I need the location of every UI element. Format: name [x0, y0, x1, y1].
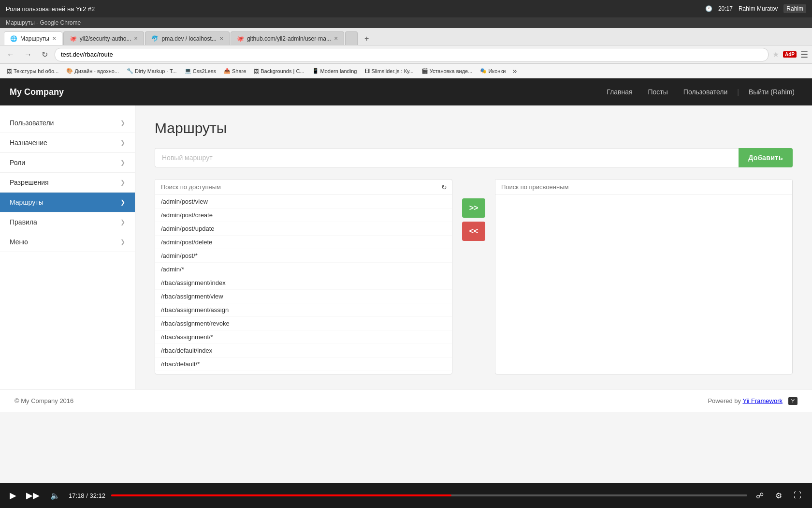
sidebar-item-rules[interactable]: Правила ❯ [0, 212, 135, 232]
nav-logout[interactable]: Выйти (Rahim) [741, 79, 802, 105]
footer-yii-link[interactable]: Yii Framework [742, 397, 783, 404]
tab-close-3[interactable]: ✕ [219, 36, 223, 41]
bookmark-label-5: Backgrounds | C... [261, 68, 304, 74]
bookmark-icon-4: 📤 [224, 68, 231, 74]
sidebar-item-permissions[interactable]: Разрешения ❯ [0, 173, 135, 193]
transfer-buttons: >> << [460, 198, 487, 241]
tab-label-4: github.com/yii2-admin/user-ma... [247, 35, 331, 42]
video-progress-track[interactable] [111, 494, 747, 496]
app-navbar: My Company Главная Посты Пользователи | … [0, 78, 812, 105]
menu-icon[interactable]: ☰ [800, 49, 808, 60]
route-list-item[interactable]: /rbac/assignment/index [155, 276, 452, 290]
bookmark-7[interactable]: 🎞 Slimslider.js : Ку... [362, 67, 416, 75]
tab-marshruty[interactable]: 🌐 Маршруты ✕ [4, 31, 62, 45]
route-list-item[interactable]: /rbac/assignment/revoke [155, 317, 452, 330]
bookmark-2[interactable]: 🔧 Dirty Markup - T... [124, 67, 180, 75]
bookmark-3[interactable]: 💻 Css2Less [182, 67, 219, 75]
forward-transfer-button[interactable]: >> [462, 198, 485, 218]
tab-github[interactable]: 🐙 github.com/yii2-admin/user-ma... ✕ [231, 31, 344, 45]
available-routes-panel: ↻ /admin/post/view/admin/post/create/adm… [155, 179, 452, 374]
sidebar-item-routes[interactable]: Маршруты ❯ [0, 193, 135, 212]
fullscreen-button[interactable]: ⛶ [791, 489, 804, 502]
sidebar-item-routes-label: Маршруты [10, 198, 44, 206]
bookmark-4[interactable]: 📤 Share [221, 67, 249, 75]
available-routes-list[interactable]: /admin/post/view/admin/post/create/admin… [155, 195, 452, 374]
bookmark-icon-1: 🎨 [66, 68, 73, 74]
route-list-item[interactable]: /rbac/assignment/view [155, 290, 452, 303]
tab-close-4[interactable]: ✕ [334, 36, 338, 41]
tab-label: Маршруты [20, 35, 49, 42]
video-total-time: 32:12 [89, 492, 105, 499]
bookmark-icon-0: 🖼 [7, 68, 12, 74]
route-list-item[interactable]: /rbac/assignment/* [155, 330, 452, 344]
tab-empty[interactable] [345, 31, 358, 45]
tab-favicon-4: 🐙 [237, 35, 244, 42]
route-list-item[interactable]: /admin/post/update [155, 222, 452, 236]
url-input[interactable] [55, 48, 768, 61]
new-route-input[interactable] [155, 148, 739, 167]
app-brand: My Company [10, 87, 64, 97]
bookmark-icon-9: 🎭 [480, 68, 487, 74]
refresh-button[interactable]: ↻ [436, 180, 452, 194]
sidebar-item-menu[interactable]: Меню ❯ [0, 232, 135, 252]
route-list-item[interactable]: /rbac/default/index [155, 344, 452, 358]
route-list-item[interactable]: /rbac/menu/index [155, 371, 452, 374]
route-list-item[interactable]: /admin/post/create [155, 209, 452, 222]
back-transfer-button[interactable]: << [462, 222, 485, 241]
subtitles-button[interactable]: ☍ [753, 489, 767, 502]
sidebar-item-assignment[interactable]: Назначение ❯ [0, 133, 135, 153]
reload-button[interactable]: ↻ [39, 49, 51, 60]
route-list-item[interactable]: /admin/post/view [155, 195, 452, 209]
back-button[interactable]: ← [4, 49, 17, 60]
bookmark-icon-8: 🎬 [421, 68, 428, 74]
sidebar-item-users[interactable]: Пользователи ❯ [0, 113, 135, 133]
available-search-input[interactable] [155, 179, 436, 194]
tab-close-1[interactable]: ✕ [52, 36, 56, 41]
bookmark-0[interactable]: 🖼 Текстуры hd обо... [4, 67, 61, 75]
route-list-item[interactable]: /rbac/assignment/assign [155, 303, 452, 317]
bookmark-9[interactable]: 🎭 Иконки [477, 67, 508, 75]
sidebar-arrow-menu: ❯ [120, 239, 125, 245]
tab-favicon-2: 🐙 [70, 35, 77, 42]
video-current-time: 17:18 [69, 492, 85, 499]
bookmarks-more[interactable]: » [512, 67, 517, 75]
assigned-routes-panel [495, 179, 793, 374]
nav-users[interactable]: Пользователи [676, 79, 735, 105]
play-button[interactable]: ▶ [8, 488, 18, 503]
forward-button[interactable]: → [21, 49, 35, 60]
main-content: Пользователи ❯ Назначение ❯ Роли ❯ Разре… [0, 105, 812, 389]
tab-favicon: 🌐 [10, 35, 17, 42]
title-bar-left: Роли пользователей на Yii2 #2 [6, 5, 95, 13]
available-search-header: ↻ [155, 179, 452, 195]
bookmark-label-0: Текстуры hd обо... [14, 68, 58, 74]
bookmarks-bar: 🖼 Текстуры hd обо... 🎨 Дизайн - вдохно..… [0, 64, 812, 78]
route-list-item[interactable]: /admin/post/delete [155, 236, 452, 249]
sidebar-item-roles[interactable]: Роли ❯ [0, 153, 135, 173]
new-tab-button[interactable]: + [361, 32, 373, 45]
bookmark-5[interactable]: 🖼 Backgrounds | C... [251, 67, 307, 75]
bookmark-6[interactable]: 📱 Modern landing [309, 67, 360, 75]
title-bar-right: 🕐 20:17 Rahim Muratov Rahim [705, 4, 806, 13]
tab-label-2: yii2/security-autho... [80, 35, 131, 42]
bookmark-label-6: Modern landing [320, 68, 357, 74]
route-list-item[interactable]: /admin/* [155, 263, 452, 276]
tab-security[interactable]: 🐙 yii2/security-autho... ✕ [63, 31, 145, 45]
route-list-item[interactable]: /admin/post/* [155, 249, 452, 263]
bookmark-icon-3: 💻 [185, 68, 191, 74]
bookmark-icon-2: 🔧 [127, 68, 133, 74]
assigned-search-input[interactable] [495, 179, 792, 194]
sidebar-item-users-label: Пользователи [10, 119, 54, 127]
yii-logo-icon: Y [788, 397, 798, 405]
bookmark-8[interactable]: 🎬 Установка виде... [419, 67, 476, 75]
next-button[interactable]: ▶▶ [24, 488, 42, 503]
settings-button[interactable]: ⚙ [772, 489, 785, 502]
nav-home[interactable]: Главная [599, 79, 640, 105]
tab-pma[interactable]: 🐬 pma.dev / localhost... ✕ [145, 31, 229, 45]
tab-close-2[interactable]: ✕ [134, 36, 138, 41]
add-route-button[interactable]: Добавить [739, 148, 793, 167]
nav-posts[interactable]: Посты [640, 79, 676, 105]
assigned-routes-list[interactable] [495, 195, 792, 374]
bookmark-1[interactable]: 🎨 Дизайн - вдохно... [63, 67, 122, 75]
volume-button[interactable]: 🔈 [47, 489, 63, 502]
route-list-item[interactable]: /rbac/default/* [155, 358, 452, 371]
